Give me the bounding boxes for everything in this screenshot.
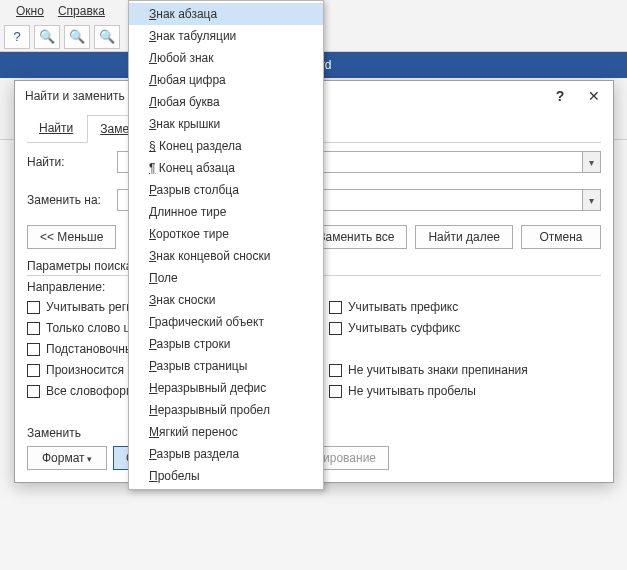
zoom-button-3[interactable]: 🔍 [94, 25, 120, 49]
special-menu-item[interactable]: Знак сноски [129, 289, 323, 311]
special-menu-item[interactable]: Любой знак [129, 47, 323, 69]
format-button[interactable]: Формат [27, 446, 107, 470]
menu-window[interactable]: Окно [16, 4, 44, 18]
dialog-title: Найти и заменить [25, 89, 125, 103]
special-menu-item[interactable]: Неразрывный дефис [129, 377, 323, 399]
cancel-button[interactable]: Отмена [521, 225, 601, 249]
less-button[interactable]: << Меньше [27, 225, 116, 249]
special-menu-item[interactable]: § Конец раздела [129, 135, 323, 157]
special-menu-item[interactable]: Разрыв страницы [129, 355, 323, 377]
dialog-close-button[interactable]: ✕ [583, 88, 605, 104]
replace-label: Заменить на: [27, 193, 117, 207]
special-menu-item[interactable]: Знак абзаца [129, 3, 323, 25]
find-label: Найти: [27, 155, 117, 169]
find-next-button[interactable]: Найти далее [415, 225, 513, 249]
special-menu-item[interactable]: Знак табуляции [129, 25, 323, 47]
right-options: Учитывать префикс Учитывать суффикс Не у… [329, 300, 601, 398]
special-menu-item[interactable]: Любая цифра [129, 69, 323, 91]
zoom-button-1[interactable]: 🔍 [34, 25, 60, 49]
find-dropdown-arrow[interactable]: ▾ [582, 152, 600, 172]
chk-suffix[interactable]: Учитывать суффикс [329, 321, 601, 335]
dialog-help-button[interactable]: ? [549, 88, 571, 104]
special-menu-item[interactable]: Неразрывный пробел [129, 399, 323, 421]
special-menu-item[interactable]: Короткое тире [129, 223, 323, 245]
direction-label: Направление: [27, 280, 105, 294]
special-menu-item[interactable]: Любая буква [129, 91, 323, 113]
special-menu-item[interactable]: Поле [129, 267, 323, 289]
special-menu-item[interactable]: Разрыв раздела [129, 443, 323, 465]
special-menu: Знак абзацаЗнак табуляцииЛюбой знакЛюбая… [128, 0, 324, 490]
tab-find[interactable]: Найти [27, 115, 85, 142]
special-menu-item[interactable]: Знак концевой сноски [129, 245, 323, 267]
menu-help[interactable]: Справка [58, 4, 105, 18]
zoom-button-2[interactable]: 🔍 [64, 25, 90, 49]
special-menu-item[interactable]: Пробелы [129, 465, 323, 487]
chk-ignore-spaces[interactable]: Не учитывать пробелы [329, 384, 601, 398]
special-menu-item[interactable]: ¶ Конец абзаца [129, 157, 323, 179]
special-menu-item[interactable]: Длинное тире [129, 201, 323, 223]
chk-prefix[interactable]: Учитывать префикс [329, 300, 601, 314]
chk-ignore-punct[interactable]: Не учитывать знаки препинания [329, 363, 601, 377]
special-menu-item[interactable]: Разрыв строки [129, 333, 323, 355]
special-menu-item[interactable]: Разрыв столбца [129, 179, 323, 201]
special-menu-item[interactable]: Графический объект [129, 311, 323, 333]
special-menu-item[interactable]: Знак крышки [129, 113, 323, 135]
replace-dropdown-arrow[interactable]: ▾ [582, 190, 600, 210]
help-button[interactable]: ? [4, 25, 30, 49]
special-menu-item[interactable]: Мягкий перенос [129, 421, 323, 443]
